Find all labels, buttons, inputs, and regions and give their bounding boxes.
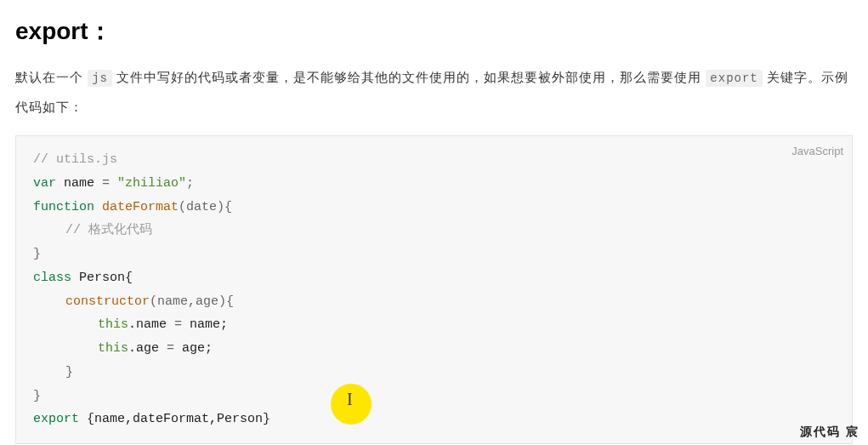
code-language-label: JavaScript	[791, 141, 843, 162]
inline-code-js: js	[88, 70, 112, 87]
code-line-6: class Person{	[33, 266, 835, 290]
para-text-1: 默认在一个	[15, 70, 88, 84]
code-line-1: // utils.js	[33, 148, 835, 172]
section-heading: export：	[0, 0, 868, 48]
code-line-4: // 格式化代码	[33, 219, 835, 242]
code-line-3: function dateFormat(date){	[33, 196, 835, 220]
code-line-2: var name = "zhiliao";	[33, 172, 835, 196]
code-line-9: this.age = age;	[33, 337, 835, 361]
description-paragraph: 默认在一个 js 文件中写好的代码或者变量，是不能够给其他的文件使用的，如果想要…	[0, 48, 868, 122]
code-line-12: export {name,dateFormat,Person}	[33, 408, 835, 431]
code-line-7: constructor(name,age){	[33, 290, 835, 314]
para-text-2: 文件中写好的代码或者变量，是不能够给其他的文件使用的，如果想要被外部使用，那么需…	[112, 70, 706, 84]
code-block: JavaScript // utils.js var name = "zhili…	[15, 135, 853, 444]
code-line-5: }	[33, 242, 835, 266]
code-line-8: this.name = name;	[33, 313, 835, 337]
code-line-11: }	[33, 385, 835, 408]
inline-code-export: export	[706, 70, 762, 87]
code-line-10: }	[33, 361, 835, 385]
